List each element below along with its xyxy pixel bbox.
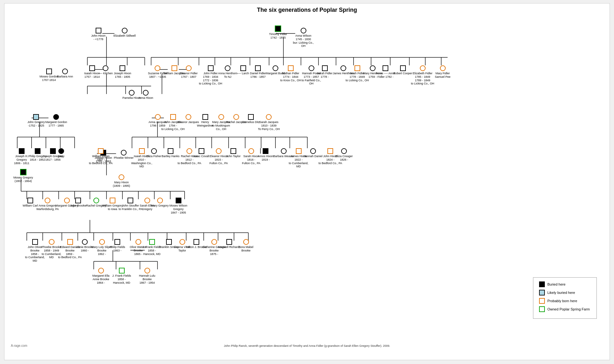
node-mary-hixon: Mary Hixon(1809 - 1895) — [113, 174, 130, 188]
eleanor-jacques-3-shape — [186, 114, 191, 120]
node-eleanor-hixon-1815: Eleanor Hixon1815 -Fulton Co., PA — [209, 148, 228, 165]
philip-fields-shape — [114, 239, 120, 245]
node-mary-fidler2: Mary FidlerSamuel Pee — [435, 65, 450, 79]
joseph-gregory-1817-shape — [50, 148, 56, 154]
kitchen-label: ---- Kitchen — [99, 72, 113, 75]
node-j-frank-fields-gen6: J. Frank Fields1858 -Hancock, MD — [112, 268, 131, 284]
eleanor-hixon-1815-shape — [216, 148, 222, 154]
john-stouffer-shape — [128, 198, 133, 203]
william-carl-label: William Carl — [23, 204, 38, 207]
node-elizabeth-stillwell: Elizabeth Stillwell — [113, 28, 136, 38]
john-brooke-label: John Brooke — [70, 204, 86, 207]
margaret-ella-anne-brooke-label: Margaret Ella Anne Brooke1864 - — [89, 274, 113, 284]
william-jacques-shape — [172, 65, 177, 71]
elizabeth-stillwell-label: Elizabeth Stillwell — [113, 34, 136, 38]
node-robert-cooper: Robert Cooper — [393, 65, 412, 75]
sarah-jacques-shape — [266, 114, 272, 120]
john-gregory-label: John Gregory-1752 - 1825 — [27, 120, 45, 127]
j-frank-fields-shape — [149, 239, 155, 245]
john-jacques-shape — [170, 114, 176, 120]
john-gregory-shape — [33, 114, 39, 120]
sarah-ellen-gregory-shape — [144, 198, 150, 203]
j-frank-fields-gen6-label: J. Frank Fields1858 -Hancock, MD — [112, 274, 131, 284]
node-mary-henthorn: Mary Henthorn1759 - — [363, 65, 382, 79]
edward-daniels-brooke-shape — [67, 239, 73, 245]
node-daniel-fidler: Daniel Fidler1786 - 1857 — [250, 65, 266, 79]
node-sarah-fidler: Sarah Fidler1778 - — [317, 65, 333, 79]
john-henthorn-shape — [208, 65, 214, 71]
node-john-hixon: John Hixon- <1778 — [91, 28, 106, 41]
anna-wilson-label: Anna Wilson1745 - 1830bur: Licking Co., … — [291, 34, 315, 48]
node-elizabeth-fidler: Elizabeth Fidler1785 - 18491789 - 1849to… — [411, 65, 434, 85]
node-mary-gregory: Mary — [58, 148, 64, 158]
mary-henthorn-shape — [370, 65, 376, 71]
john-oliver-brooke-shape — [32, 239, 38, 245]
attribution: John Philip Ranck, seventh generation de… — [224, 344, 390, 347]
anna-hixon-label: Anna Hixon — [138, 96, 153, 100]
philip-fields-label: Philip Fields1863 - — [110, 245, 125, 252]
node-larch: ---- Larch — [237, 65, 249, 75]
node-bartley-hanks: Bartley Hanks — [162, 148, 179, 158]
eliza-creager-label: Eliza Creager1826 - — [335, 155, 353, 162]
timothy-fidler-shape — [275, 25, 281, 32]
legend-probably-born-icon — [539, 298, 545, 304]
joseph-hixon-1765-label: Joseph Hixon1765 - 1805 — [114, 72, 131, 79]
anna-henthorn-label: Anna HenthornTo NJ — [218, 72, 238, 79]
legend-owned-farm-shape — [539, 306, 545, 312]
cornelius-ditz-shape — [248, 114, 254, 120]
legend-item-owned-farm: Owned Poplar Spring Farm — [539, 306, 591, 312]
page-title: The six generations of Poplar Spring — [8, 7, 606, 13]
daniel-fidler-label: Daniel Fidler1786 - 1857 — [250, 72, 266, 79]
node-anna-henthorn: Anna HenthornTo NJ — [218, 65, 238, 79]
isaiah-hixon-label: Isaiah Hixon1757 - 1814 — [84, 72, 100, 79]
anna-henthorn-shape — [225, 65, 230, 71]
cora-mabel-brooke-label: Cora Mabel Brooke — [234, 245, 258, 252]
mary-gregory-shape — [58, 148, 64, 154]
john-brooke-shape — [75, 198, 81, 203]
robert-cooper-label: Robert Cooper — [393, 72, 412, 75]
hannah-powel-shape — [309, 65, 314, 71]
legend-owned-farm-label: Owned Poplar Spring Farm — [547, 307, 590, 311]
sarah-jacques-label: Sarah Jacques1810 - 1839To Perry Co., OH — [258, 120, 280, 131]
moses-gregory-label: Moses Gregory(1802 - 1864) — [13, 176, 33, 183]
legend-item-likely-buried: Likely buried here — [539, 290, 591, 295]
noah-fidler-shape — [355, 65, 360, 71]
olive-watson-brooke-shape — [135, 239, 141, 245]
william-carl-shape — [27, 198, 33, 203]
mary-gregory-4-label: Mary Gregory — [151, 204, 169, 207]
barbara-ann-label: Barbara Ann — [57, 75, 73, 78]
sarah-fidler-shape — [322, 65, 328, 71]
node-j-frank-fields: J. Frank Fields1858 -Hancock, MD — [143, 239, 161, 256]
legend-buried-icon — [539, 281, 545, 287]
barbara-weaver-shape — [281, 148, 287, 154]
hannah-daniel-shape — [310, 148, 316, 154]
moses-wilson-gregory-label: Moses Wilson Gregory1847 - 1905 — [166, 204, 190, 214]
node-william-carl: William Carl — [23, 198, 38, 207]
cornelius-ditz-label: Cornelius Ditz — [242, 120, 260, 124]
legend-probably-born-label: Probably born here — [547, 299, 577, 303]
legend-likely-buried-shape — [539, 290, 545, 295]
node-joseph-h-gregory: Joseph H.Gregory1806 - 1811 — [14, 148, 29, 165]
anna-jacques-1796-shape — [155, 114, 161, 120]
legend-buried-label: Buried here — [547, 282, 566, 286]
node-barbara-ann: Barbara Ann — [57, 69, 73, 78]
barbara-ann-shape — [62, 69, 68, 74]
john-taylor-gen3-shape — [230, 148, 236, 154]
node-john-taylor-gen3: John Taylor — [226, 148, 241, 158]
eliza-creager-shape — [341, 148, 347, 154]
larch-label: ---- Larch — [237, 72, 249, 75]
maxwell-richards-shape — [226, 239, 232, 245]
sarah-fidler-label: Sarah Fidler1778 - — [317, 72, 333, 79]
moses-gregory-shape — [20, 169, 26, 175]
node-isaiah-hixon: Isaiah Hixon1757 - 1814 — [84, 65, 100, 79]
elizabeth-fidler-label: Elizabeth Fidler1785 - 18491789 - 1849to… — [411, 72, 434, 85]
nathan-fidler-shape — [288, 65, 294, 71]
margaret-ella-anne-brooke-shape — [98, 268, 104, 273]
henry-weingardner-shape — [202, 114, 208, 120]
cora-mabel-brooke-shape — [243, 239, 249, 245]
j-frank-fields-gen6-shape — [119, 268, 125, 273]
legend: Buried here Likely buried here Probably … — [533, 277, 597, 319]
node-eliza-creager: Eliza Creager1826 - — [335, 148, 353, 162]
legend-likely-buried-label: Likely buried here — [547, 291, 575, 295]
node-moses-gordon: Moses Gordon1767-1814 — [40, 69, 58, 82]
